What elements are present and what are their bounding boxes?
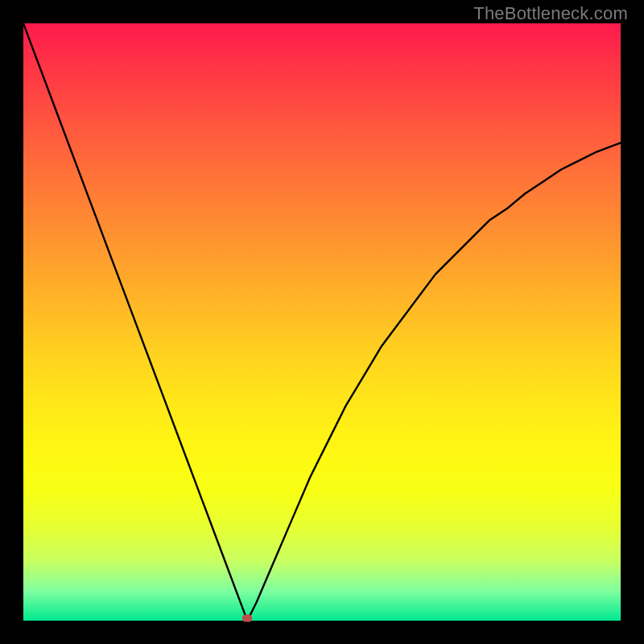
chart-frame: TheBottleneck.com xyxy=(0,0,644,644)
bottleneck-curve xyxy=(23,23,621,621)
plot-area xyxy=(23,23,621,621)
curve-svg xyxy=(23,23,621,621)
minimum-marker xyxy=(242,615,252,622)
watermark-text: TheBottleneck.com xyxy=(473,3,628,24)
